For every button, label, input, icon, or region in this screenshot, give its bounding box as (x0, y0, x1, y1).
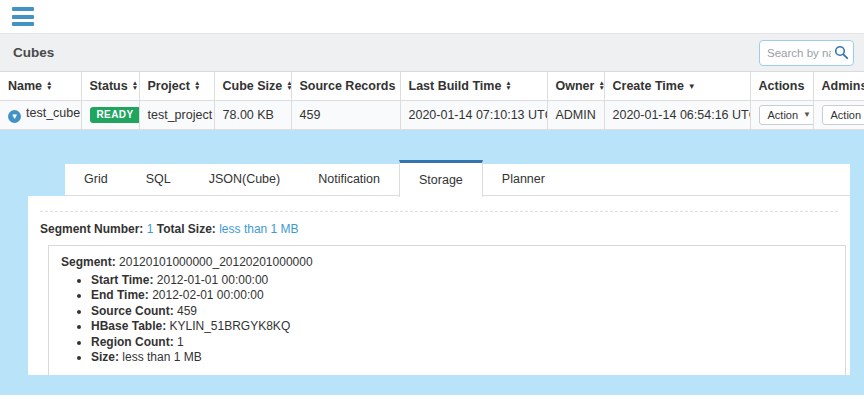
col-header-create-time[interactable]: Create Time▼ (604, 72, 750, 100)
page-header-bar: Cubes (0, 33, 864, 72)
tab-sql[interactable]: SQL (127, 164, 190, 195)
sort-icon: ▲▼ (286, 80, 291, 90)
sort-icon: ▲▼ (46, 80, 52, 90)
storage-summary: Segment Number: 1 Total Size: less than … (40, 222, 838, 236)
tab-json-cube[interactable]: JSON(Cube) (190, 164, 300, 195)
segment-heading: Segment: 20120101000000_20120201000000 (61, 255, 833, 269)
col-header-name[interactable]: Name▲▼ (0, 72, 81, 100)
segment-number-label: Segment Number: (40, 222, 143, 236)
cell-admins: Action▼ (813, 100, 864, 129)
cube-name: test_cube (26, 106, 80, 120)
segment-detail-list: Start Time: 2012-01-01 00:00:00 End Time… (61, 273, 833, 366)
segment-label: Segment: (61, 255, 116, 269)
total-size-value: less than 1 MB (219, 222, 298, 236)
admins-dropdown-button[interactable]: Action▼ (822, 105, 864, 125)
col-header-admins: Admins (813, 72, 864, 100)
storage-tab-content: Segment Number: 1 Total Size: less than … (28, 196, 850, 375)
tab-grid[interactable]: Grid (65, 164, 127, 195)
actions-dropdown-button[interactable]: Action▼ (759, 105, 814, 125)
tab-notification[interactable]: Notification (299, 164, 399, 195)
list-item: Source Count: 459 (91, 304, 833, 320)
search-icon[interactable] (834, 45, 849, 64)
collapse-row-icon[interactable]: ▾ (8, 110, 21, 123)
col-header-last-build-time[interactable]: Last Build Time▲▼ (400, 72, 547, 100)
list-item: Start Time: 2012-01-01 00:00:00 (91, 273, 833, 289)
detail-tabs: Grid SQL JSON(Cube) Notification Storage… (65, 164, 850, 196)
cubes-table: Name▲▼ Status▲▼ Project▲▼ Cube Size▲▼ So… (0, 72, 864, 130)
cell-create-time: 2020-01-14 06:54:16 UTC (604, 100, 750, 129)
page-title: Cubes (13, 45, 54, 60)
sort-desc-icon: ▼ (688, 82, 696, 91)
cell-status: READY (81, 100, 139, 129)
top-navbar (0, 0, 864, 33)
sort-icon: ▲▼ (194, 80, 200, 90)
sort-icon: ▲▼ (132, 80, 138, 90)
cell-owner: ADMIN (547, 100, 604, 129)
cell-last-build-time: 2020-01-14 07:10:13 UTC (400, 100, 547, 129)
search-box (759, 40, 854, 66)
list-item: End Time: 2012-02-01 00:00:00 (91, 288, 833, 304)
list-item: HBase Table: KYLIN_51BRGYK8KQ (91, 319, 833, 335)
segment-number-value: 1 (147, 222, 154, 236)
cell-cube-size: 78.00 KB (214, 100, 291, 129)
tab-planner[interactable]: Planner (483, 164, 564, 195)
col-header-project[interactable]: Project▲▼ (139, 72, 214, 100)
segment-box: Segment: 20120101000000_20120201000000 S… (48, 245, 846, 375)
table-header-row: Name▲▼ Status▲▼ Project▲▼ Cube Size▲▼ So… (0, 72, 864, 100)
total-size-label: Total Size: (157, 222, 216, 236)
tab-storage[interactable]: Storage (399, 160, 483, 197)
cell-project: test_project (139, 100, 214, 129)
cell-source-records: 459 (291, 100, 400, 129)
menu-icon[interactable] (12, 7, 34, 26)
cube-row: ▾test_cube READY test_project 78.00 KB 4… (0, 100, 864, 129)
segment-id: 20120101000000_20120201000000 (119, 255, 313, 269)
col-header-status[interactable]: Status▲▼ (81, 72, 139, 100)
col-header-actions: Actions (750, 72, 813, 100)
list-item: Size: less than 1 MB (91, 350, 833, 366)
col-header-owner[interactable]: Owner▲▼ (547, 72, 604, 100)
col-header-source-records[interactable]: Source Records▲▼ (291, 72, 400, 100)
col-header-cube-size[interactable]: Cube Size▲▼ (214, 72, 291, 100)
status-badge: READY (90, 107, 140, 123)
caret-down-icon: ▼ (803, 110, 811, 119)
list-item: Region Count: 1 (91, 335, 833, 351)
sort-icon: ▲▼ (505, 80, 511, 90)
storage-pane: Segment Number: 1 Total Size: less than … (40, 211, 838, 375)
cube-detail-drawer: Grid SQL JSON(Cube) Notification Storage… (0, 130, 864, 395)
cell-actions: Action▼ (750, 100, 813, 129)
sort-icon: ▲▼ (598, 80, 604, 90)
cell-name: ▾test_cube (0, 100, 81, 129)
